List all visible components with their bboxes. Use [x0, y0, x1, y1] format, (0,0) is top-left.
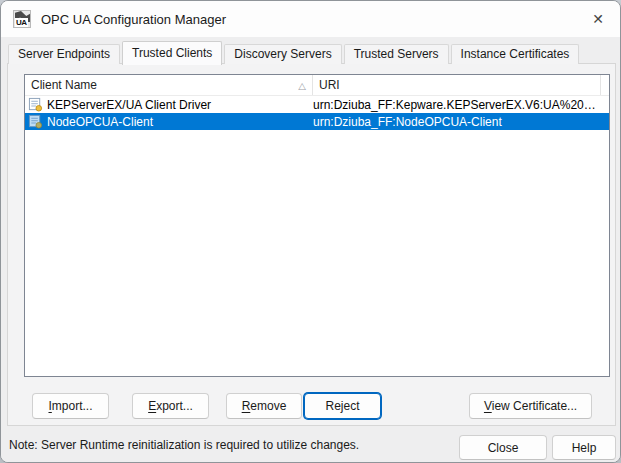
client-name-cell: KEPServerEX/UA Client Driver [47, 98, 211, 112]
certificate-icon [28, 114, 43, 129]
titlebar: UA OPC UA Configuration Manager ✕ [1, 1, 620, 37]
tab-discovery-servers[interactable]: Discovery Servers [224, 44, 341, 64]
column-header-filler [601, 75, 609, 95]
tab-server-endpoints[interactable]: Server Endpoints [8, 44, 120, 64]
list-row-kepserverex[interactable]: KEPServerEX/UA Client Driver urn:Dziuba_… [25, 96, 609, 113]
remove-button[interactable]: Remove [226, 393, 302, 419]
close-dialog-button[interactable]: Close [459, 435, 547, 460]
tab-trusted-servers[interactable]: Trusted Servers [344, 44, 449, 64]
help-button[interactable]: Help [552, 435, 616, 460]
window-title: OPC UA Configuration Manager [41, 12, 226, 27]
window-close-button[interactable]: ✕ [576, 1, 620, 37]
opcua-configuration-manager-window: UA OPC UA Configuration Manager ✕ Server… [0, 0, 621, 463]
uri-cell: urn:Dziuba_FF:NodeOPCUA-Client [313, 115, 601, 129]
app-icon-ua-label: UA [15, 18, 28, 27]
reject-button[interactable]: Reject [304, 393, 381, 419]
uri-cell: urn:Dziuba_FF:Kepware.KEPServerEX.V6:UA%… [313, 98, 601, 112]
tab-trusted-clients[interactable]: Trusted Clients [122, 41, 222, 65]
trusted-clients-list[interactable]: Client Name △ URI [24, 74, 610, 377]
view-certificate-button[interactable]: View Certificate... [469, 393, 592, 419]
tab-instance-certificates[interactable]: Instance Certificates [451, 44, 580, 64]
column-header-uri-label: URI [319, 78, 340, 92]
note-text: Note: Server Runtime reinitialization is… [9, 438, 359, 452]
list-row-nodeopcua[interactable]: NodeOPCUA-Client urn:Dziuba_FF:NodeOPCUA… [25, 113, 609, 130]
app-icon: UA [13, 10, 31, 28]
list-header: Client Name △ URI [25, 75, 609, 96]
client-name-cell: NodeOPCUA-Client [47, 115, 153, 129]
sort-ascending-icon: △ [298, 80, 306, 90]
tab-page-trusted-clients: Client Name △ URI [7, 63, 616, 426]
tab-strip: Server Endpoints Trusted Clients Discove… [8, 40, 581, 64]
column-header-uri[interactable]: URI [313, 75, 601, 95]
export-button[interactable]: Export... [132, 393, 209, 419]
footer: Note: Server Runtime reinitialization is… [1, 427, 620, 463]
close-icon: ✕ [592, 11, 604, 27]
import-button[interactable]: Import... [32, 393, 109, 419]
column-header-client-name[interactable]: Client Name △ [25, 75, 313, 95]
column-header-client-name-label: Client Name [31, 78, 97, 92]
certificate-icon [28, 97, 43, 112]
